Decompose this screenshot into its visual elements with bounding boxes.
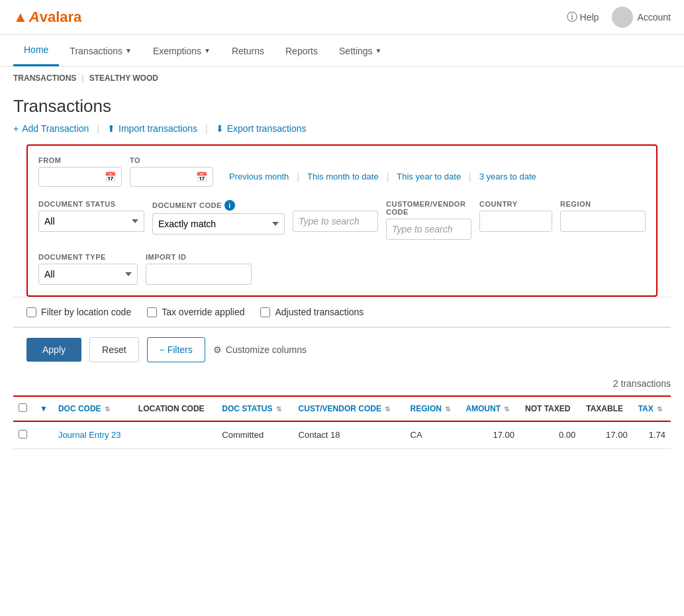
this-year-to-date-button[interactable]: This year to date — [389, 168, 469, 185]
from-field-group: FROM 04/01/2024 📅 — [38, 156, 122, 187]
doc-code-cell[interactable]: Journal Entry 23 — [53, 421, 133, 449]
to-date-field[interactable]: 05/31/2024 — [136, 172, 192, 182]
transaction-count: 2 transactions — [0, 372, 684, 395]
table-row: Journal Entry 23 Committed Contact 18 CA… — [13, 421, 671, 449]
doc-code-search-input[interactable] — [293, 211, 378, 232]
logo: ▲ Avalara — [13, 9, 81, 26]
top-right: ⓘ Help Account — [567, 7, 671, 28]
reset-button[interactable]: Reset — [89, 337, 139, 362]
import-icon: ⬆ — [107, 123, 115, 134]
doc-code-col-header[interactable]: DOC CODE ⇅ — [53, 396, 133, 421]
import-id-input[interactable] — [146, 264, 252, 285]
country-input[interactable]: United — [479, 211, 552, 232]
filter-by-location-code-checkbox[interactable]: Filter by location code — [26, 307, 131, 317]
calendar-icon: 📅 — [105, 172, 116, 182]
cust-vendor-col-header[interactable]: CUST/VENDOR CODE ⇅ — [293, 396, 405, 421]
sort-icon-6: ⇅ — [657, 405, 662, 413]
logo-icon: ▲ — [13, 9, 28, 26]
doc-status-label: DOCUMENT STATUS — [38, 200, 144, 208]
doc-status-group: DOCUMENT STATUS All Committed Uncommitte… — [38, 200, 144, 232]
chevron-down-icon: ▼ — [40, 404, 48, 413]
transactions-table: ▼ DOC CODE ⇅ LOCATION CODE DOC STATUS ⇅ … — [13, 395, 671, 449]
nav-transactions[interactable]: Transactions ▼ — [59, 36, 142, 66]
doc-code-group: DOCUMENT CODE i Exactly match Contains S… — [152, 200, 285, 234]
region-group: REGION All — [560, 200, 646, 232]
row-checkbox-cell[interactable] — [13, 421, 34, 449]
info-icon[interactable]: i — [224, 200, 235, 211]
chevron-down-icon: ▼ — [375, 47, 382, 54]
cust-vendor-cell: Contact 18 — [293, 421, 405, 449]
sort-icon-3: ⇅ — [385, 405, 390, 413]
this-month-to-date-button[interactable]: This month to date — [299, 168, 387, 185]
filter-panel: FROM 04/01/2024 📅 TO 05/31/2024 📅 Previo… — [26, 144, 658, 297]
filter-section: FROM 04/01/2024 📅 TO 05/31/2024 📅 Previo… — [13, 144, 671, 372]
row-checkbox[interactable] — [19, 430, 27, 438]
taxable-col-header: TAXABLE — [581, 396, 632, 421]
previous-month-button[interactable]: Previous month — [221, 168, 297, 185]
add-transaction-button[interactable]: + Add Transaction — [13, 123, 97, 134]
import-transactions-button[interactable]: ⬆ Import transactions — [99, 123, 205, 134]
adjusted-transactions-checkbox[interactable]: Adjusted transactions — [260, 307, 364, 317]
account-label: Account — [637, 12, 671, 23]
checkboxes-row: Filter by location code Tax override app… — [13, 297, 671, 327]
location-code-cell — [133, 421, 217, 449]
logo-text: Avalara — [29, 9, 82, 26]
doc-status-col-header[interactable]: DOC STATUS ⇅ — [217, 396, 293, 421]
region-input[interactable]: All — [560, 211, 646, 232]
buttons-row: Apply Reset − Filters ⚙ Customize column… — [13, 327, 671, 372]
plus-icon: + — [13, 123, 19, 134]
gear-icon: ⚙ — [213, 344, 222, 355]
nav-exemptions[interactable]: Exemptions ▼ — [142, 36, 221, 66]
apply-button[interactable]: Apply — [26, 338, 81, 362]
taxable-cell: 17.00 — [581, 421, 632, 449]
three-years-to-date-button[interactable]: 3 years to date — [471, 168, 544, 185]
doc-status-cell: Committed — [217, 421, 293, 449]
export-transactions-button[interactable]: ⬇ Export transactions — [208, 123, 315, 134]
doc-code-search-group — [293, 200, 378, 232]
account-button[interactable]: Account — [612, 7, 671, 28]
nav-home[interactable]: Home — [13, 35, 59, 66]
doc-type-select[interactable]: All Sales Invoice Purchase Invoice Retur… — [38, 264, 138, 285]
select-all-header[interactable] — [13, 396, 34, 421]
avatar — [612, 7, 633, 28]
doc-type-label: DOCUMENT TYPE — [38, 253, 138, 261]
nav-bar: Home Transactions ▼ Exemptions ▼ Returns… — [0, 35, 684, 67]
doc-code-link[interactable]: Journal Entry 23 — [58, 430, 121, 440]
cust-vendor-label: CUSTOMER/VENDOR CODE — [386, 200, 471, 216]
nav-settings[interactable]: Settings ▼ — [328, 36, 393, 66]
customize-columns-button[interactable]: ⚙ Customize columns — [213, 344, 307, 355]
row-expand-cell — [34, 421, 53, 449]
amount-col-header[interactable]: AMOUNT ⇅ — [460, 396, 520, 421]
to-label: TO — [130, 156, 213, 164]
breadcrumb: TRANSACTIONS | STEALTHY WOOD — [0, 67, 684, 89]
from-date-input[interactable]: 04/01/2024 📅 — [38, 167, 122, 187]
date-row: FROM 04/01/2024 📅 TO 05/31/2024 📅 Previo… — [38, 156, 646, 187]
to-date-input[interactable]: 05/31/2024 📅 — [130, 167, 213, 187]
filters-toggle-button[interactable]: − Filters — [147, 337, 205, 362]
from-date-field[interactable]: 04/01/2024 — [44, 172, 101, 182]
not-taxed-cell: 0.00 — [520, 421, 581, 449]
tax-override-applied-checkbox[interactable]: Tax override applied — [147, 307, 244, 317]
doc-code-select[interactable]: Exactly match Contains Starts with — [152, 213, 285, 234]
help-button[interactable]: ⓘ Help — [567, 11, 599, 25]
top-bar: ▲ Avalara ⓘ Help Account — [0, 0, 684, 35]
chevron-down-icon: ▼ — [204, 47, 211, 54]
select-all-checkbox[interactable] — [19, 403, 27, 412]
breadcrumb-transactions[interactable]: TRANSACTIONS — [13, 74, 76, 83]
location-code-col-header: LOCATION CODE — [133, 396, 217, 421]
region-col-header[interactable]: REGION ⇅ — [405, 396, 461, 421]
amount-cell: 17.00 — [460, 421, 520, 449]
tax-cell: 1.74 — [633, 421, 671, 449]
filter-icon: − Filters — [160, 344, 193, 355]
tax-col-header[interactable]: TAX ⇅ — [633, 396, 671, 421]
help-label: Help — [580, 12, 599, 23]
doc-status-select[interactable]: All Committed Uncommitted Voided — [38, 211, 144, 232]
sort-icon-5: ⇅ — [504, 405, 509, 413]
country-group: COUNTRY United — [479, 200, 552, 232]
nav-reports[interactable]: Reports — [275, 36, 328, 66]
region-label: REGION — [560, 200, 646, 208]
nav-returns[interactable]: Returns — [221, 36, 275, 66]
cust-vendor-input[interactable] — [386, 219, 471, 240]
breadcrumb-company: STEALTHY WOOD — [89, 74, 158, 83]
import-id-label: IMPORT ID — [146, 253, 252, 261]
